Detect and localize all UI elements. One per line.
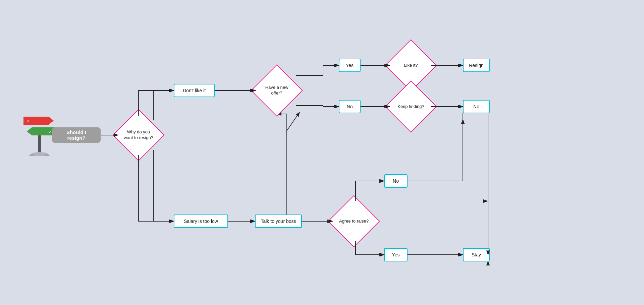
agree-raise-diamond: Agree to raise? bbox=[332, 199, 376, 243]
salary-low-label: Salary is too low bbox=[184, 219, 218, 224]
no-offer-label: No bbox=[347, 104, 353, 109]
resign-node: Resign bbox=[463, 59, 490, 72]
svg-text:✓: ✓ bbox=[49, 130, 52, 134]
have-offer-label: Have a new offer? bbox=[262, 85, 292, 96]
dont-like-label: Don't like it bbox=[183, 88, 206, 93]
arrows-layer bbox=[0, 0, 644, 305]
start-node: Should I resign? bbox=[52, 127, 101, 143]
stay-node: Stay bbox=[463, 248, 490, 261]
svg-text:✕: ✕ bbox=[27, 119, 30, 123]
start-label: Should I resign? bbox=[58, 129, 95, 141]
why-resign-label: Why do you want to resign? bbox=[123, 129, 154, 141]
like-it-label: Like it? bbox=[396, 63, 426, 68]
yes-offer-label: Yes bbox=[346, 63, 354, 68]
have-offer-diamond: Have a new offer? bbox=[255, 69, 299, 112]
svg-point-14 bbox=[29, 154, 35, 156]
yes-raise-node: Yes bbox=[384, 248, 408, 261]
yes-raise-label: Yes bbox=[392, 252, 400, 257]
talk-boss-node: Talk to your boss bbox=[255, 215, 302, 228]
salary-low-node: Salary is too low bbox=[174, 215, 228, 228]
why-resign-diamond: Why do you want to resign? bbox=[117, 113, 160, 157]
no-keep-node: No bbox=[463, 100, 490, 113]
svg-point-15 bbox=[44, 154, 50, 156]
no-raise-node: No bbox=[384, 174, 408, 188]
no-offer-node: No bbox=[339, 100, 361, 113]
talk-boss-label: Talk to your boss bbox=[261, 219, 296, 224]
no-keep-label: No bbox=[473, 104, 479, 109]
dont-like-node: Don't like it bbox=[174, 84, 215, 97]
no-raise-label: No bbox=[393, 178, 399, 184]
stay-label: Stay bbox=[472, 252, 481, 257]
keep-finding-diamond: Keep finding? bbox=[389, 85, 433, 128]
flowchart-diagram: ✕ ✓ Should I resign? Why do you want to … bbox=[0, 0, 644, 305]
agree-raise-label: Agree to raise? bbox=[339, 219, 369, 224]
yes-offer-node: Yes bbox=[339, 59, 361, 72]
keep-finding-label: Keep finding? bbox=[396, 104, 426, 110]
resign-label: Resign bbox=[469, 63, 484, 68]
